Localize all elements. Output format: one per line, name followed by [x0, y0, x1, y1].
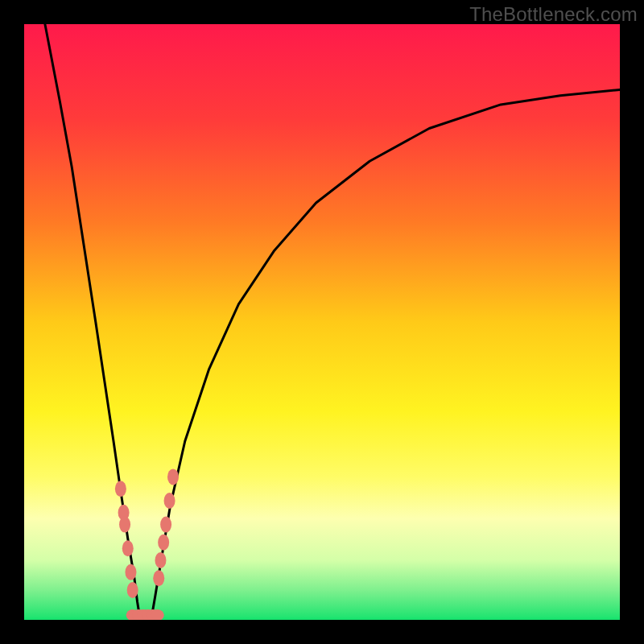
marker-dot: [125, 564, 136, 580]
gradient-background: [24, 24, 620, 620]
marker-dot: [167, 469, 179, 485]
marker-dot: [115, 481, 126, 497]
plot-area: [24, 24, 620, 620]
marker-dot: [158, 535, 169, 551]
bottleneck-chart: [24, 24, 620, 620]
marker-dot: [127, 582, 138, 598]
marker-dot: [122, 540, 134, 556]
watermark-text: TheBottleneck.com: [469, 3, 638, 26]
marker-dot: [160, 517, 171, 533]
outer-frame: TheBottleneck.com: [0, 0, 644, 644]
marker-dot: [119, 517, 130, 533]
marker-dot: [153, 570, 164, 586]
marker-dot: [164, 493, 175, 509]
marker-dot: [155, 552, 166, 568]
